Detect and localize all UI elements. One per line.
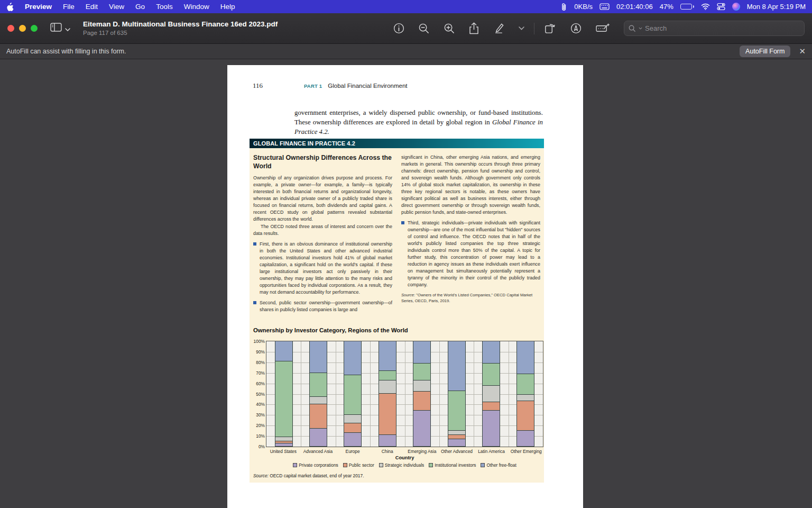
page-number: 116: [253, 81, 263, 90]
annotate-icon[interactable]: [570, 22, 582, 34]
chart-x-axis-title: Country: [266, 455, 543, 460]
y-axis-tick: 70%: [249, 370, 265, 376]
minimize-button[interactable]: [19, 25, 26, 32]
sidebar-icon: [50, 23, 62, 34]
stacked-bar-other-advanced: [448, 341, 466, 447]
fullscreen-button[interactable]: [31, 25, 38, 32]
x-axis-label: Other Emerging: [509, 449, 543, 454]
y-axis-tick: 50%: [249, 392, 265, 397]
menu-tools[interactable]: Tools: [156, 3, 173, 11]
bar-segment: [379, 341, 396, 371]
bar-segment: [448, 439, 465, 447]
banner-close-icon[interactable]: ✕: [799, 47, 806, 56]
menu-preview[interactable]: Preview: [25, 3, 52, 11]
bar-slot: [509, 341, 543, 447]
bullet-item: Third, strategic individuals—private ind…: [401, 220, 540, 288]
stacked-bar-emerging-asia: [413, 341, 431, 447]
close-button[interactable]: [7, 25, 14, 32]
legend-swatch: [429, 463, 433, 467]
bar-segment: [448, 435, 465, 439]
bar-segment: [413, 392, 430, 411]
autofill-form-button[interactable]: AutoFill Form: [740, 46, 790, 57]
y-axis-tick: 100%: [249, 339, 265, 344]
bar-segment: [517, 401, 534, 431]
search-field[interactable]: [624, 21, 805, 36]
y-axis-tick: 10%: [249, 433, 265, 439]
stacked-bar-china: [379, 341, 396, 447]
apple-icon[interactable]: [6, 3, 14, 11]
chart-legend: Private corporationsPublic sectorStrateg…: [266, 462, 543, 468]
bar-segment: [413, 411, 430, 447]
siri-icon[interactable]: [732, 3, 740, 11]
bullet-square-icon: [253, 301, 256, 304]
info-icon[interactable]: [393, 23, 404, 34]
menu-go[interactable]: Go: [135, 3, 145, 11]
battery-icon[interactable]: [680, 4, 694, 10]
markup-chevron-icon[interactable]: [519, 26, 524, 30]
x-axis-label: Advanced Asia: [301, 449, 336, 454]
search-input[interactable]: [645, 24, 800, 32]
legend-label: Institutional investors: [435, 462, 476, 468]
window-toolbar: Eiteman D. Multinational Business Financ…: [0, 13, 812, 44]
chart-plot-area: 100%90%80%70%60%50%40%30%20%10%0%: [266, 341, 543, 447]
toolbar-divider: [534, 23, 534, 34]
box-column-right: significant in China, other emerging Asi…: [401, 154, 540, 323]
rotate-icon[interactable]: [544, 22, 556, 34]
x-axis-label: Other Advanced: [439, 449, 474, 454]
bar-segment: [413, 341, 430, 364]
stacked-bar-other-emerging: [516, 341, 534, 447]
bar-segment: [310, 404, 327, 429]
legend-item: Private corporations: [293, 462, 338, 468]
bar-segment: [275, 443, 292, 447]
sidebar-toggle[interactable]: [50, 23, 70, 34]
bar-segment: [344, 341, 361, 375]
y-axis-tick: 30%: [249, 412, 265, 418]
menu-edit[interactable]: Edit: [86, 3, 98, 11]
paperclip-icon[interactable]: [561, 3, 567, 11]
menu-view[interactable]: View: [109, 3, 124, 11]
bar-segment: [483, 341, 500, 364]
menu-help[interactable]: Help: [220, 3, 235, 11]
intro-paragraph: government enterprises, a widely dispers…: [294, 108, 543, 137]
box-paragraph: Ownership of any organization drives pur…: [253, 175, 392, 223]
x-axis-label: China: [370, 449, 405, 454]
bar-segment: [517, 431, 534, 447]
bar-segment: [275, 361, 292, 437]
bar-segment: [483, 402, 500, 411]
bar-segment: [310, 397, 327, 404]
bar-slot: [266, 341, 301, 447]
legend-label: Private corporations: [299, 462, 338, 468]
box-source-note: Source: "Owners of the World's Listed Co…: [401, 293, 540, 304]
bullet-item: Second, public sector ownership—governme…: [253, 300, 392, 313]
battery-percent: 47%: [660, 3, 673, 11]
form-fill-icon[interactable]: [596, 23, 610, 34]
timer-readout[interactable]: 02:01:40:06: [616, 3, 653, 11]
menu-file[interactable]: File: [63, 3, 75, 11]
bar-segment: [483, 386, 500, 403]
network-speed[interactable]: 0KB/s: [574, 3, 593, 11]
control-center-icon[interactable]: [717, 3, 725, 11]
pdf-page: 116 PART 1 Global Financial Environment …: [227, 65, 583, 508]
bar-segment: [275, 341, 292, 361]
wifi-icon[interactable]: [701, 3, 710, 10]
keystroke-counter-icon[interactable]: [599, 3, 610, 10]
bar-segment: [310, 429, 327, 447]
bar-segment: [379, 371, 396, 380]
bar-slot: [474, 341, 508, 447]
share-icon[interactable]: [469, 22, 479, 34]
bar-slot: [336, 341, 370, 447]
legend-item: Other free-float: [481, 462, 516, 468]
y-axis-tick: 60%: [249, 381, 265, 386]
x-axis-label: Europe: [335, 449, 370, 454]
search-chevron-icon: [639, 27, 642, 30]
menu-window[interactable]: Window: [184, 3, 209, 11]
x-axis-label: Emerging Asia: [405, 449, 440, 454]
bar-segment: [344, 375, 361, 415]
zoom-out-icon[interactable]: [418, 23, 430, 34]
pdf-viewport[interactable]: 116 PART 1 Global Financial Environment …: [0, 59, 812, 508]
menu-bar-clock[interactable]: Mon 8 Apr 5:19 PM: [747, 3, 806, 11]
zoom-in-icon[interactable]: [444, 23, 455, 34]
bar-slot: [439, 341, 474, 447]
markup-pen-icon[interactable]: [493, 22, 505, 34]
bar-segment: [413, 364, 430, 380]
